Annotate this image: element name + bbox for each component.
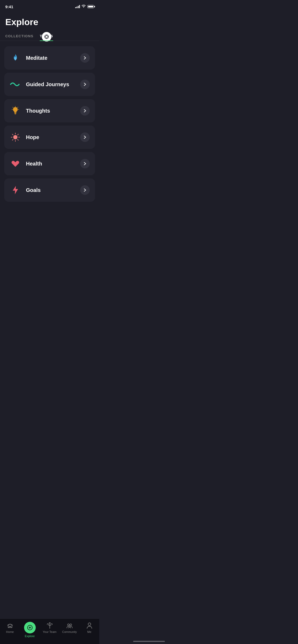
svg-line-19 (18, 140, 19, 140)
goals-chevron[interactable] (80, 185, 90, 195)
guided-journeys-chevron[interactable] (80, 80, 90, 89)
svg-line-9 (13, 107, 13, 108)
tab-tools[interactable]: TOOLS (40, 34, 53, 41)
status-icons (75, 5, 94, 9)
thoughts-label: Thoughts (26, 108, 50, 114)
menu-item-health[interactable]: Health (4, 152, 95, 175)
meditate-label: Meditate (26, 55, 47, 61)
menu-item-thoughts[interactable]: Thoughts (4, 99, 95, 122)
menu-item-guided-journeys[interactable]: Guided Journeys (4, 73, 95, 96)
svg-line-20 (18, 134, 19, 135)
bolt-icon (10, 184, 21, 196)
health-label: Health (26, 161, 42, 167)
hope-chevron[interactable] (80, 132, 90, 142)
meditate-chevron[interactable] (80, 53, 90, 63)
tabs-bar: COLLECTIONS TOOLS (0, 34, 99, 41)
signal-icon (75, 5, 80, 8)
wifi-icon (82, 5, 86, 9)
svg-point-13 (13, 135, 17, 139)
page-title: Explore (5, 17, 94, 27)
menu-item-hope[interactable]: Hope (4, 126, 95, 149)
guided-journeys-label: Guided Journeys (26, 81, 69, 88)
health-chevron[interactable] (80, 159, 90, 168)
battery-icon (87, 5, 94, 8)
lightbulb-icon (10, 105, 21, 117)
goals-label: Goals (26, 187, 41, 193)
tab-collections[interactable]: COLLECTIONS (5, 34, 33, 41)
journey-icon (10, 79, 21, 90)
svg-line-10 (18, 107, 18, 108)
svg-rect-7 (15, 114, 16, 114)
flame-icon (10, 52, 21, 64)
menu-list: Meditate Guided Journeys (0, 41, 99, 207)
svg-line-21 (12, 140, 13, 140)
status-time: 9:41 (5, 4, 13, 9)
heart-icon (10, 158, 21, 169)
hope-label: Hope (26, 134, 39, 140)
svg-line-18 (12, 134, 13, 135)
thoughts-chevron[interactable] (80, 106, 90, 116)
svg-rect-6 (14, 113, 16, 113)
menu-item-goals[interactable]: Goals (4, 178, 95, 202)
header: Explore (0, 12, 99, 34)
status-bar: 9:41 (0, 0, 99, 12)
menu-item-meditate[interactable]: Meditate (4, 46, 95, 70)
sun-icon (10, 131, 21, 143)
